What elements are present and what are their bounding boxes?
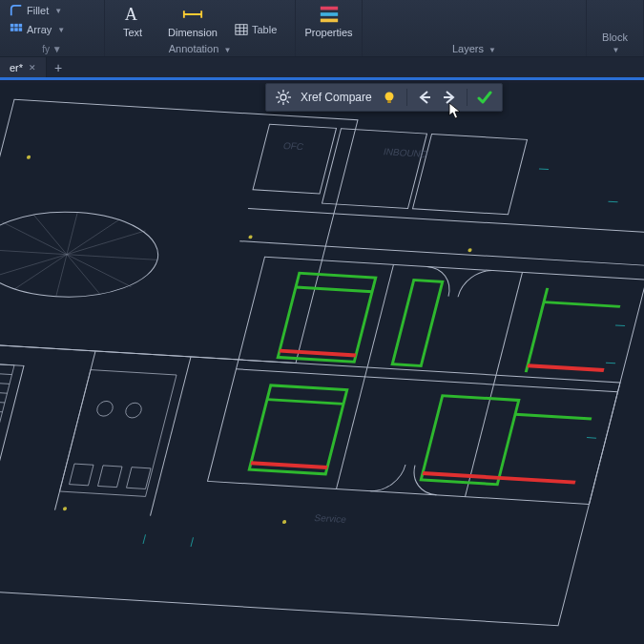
dimension-icon <box>182 4 203 25</box>
svg-line-47 <box>248 208 644 233</box>
check-icon[interactable] <box>477 90 492 105</box>
svg-rect-35 <box>98 466 123 488</box>
close-icon[interactable]: ✕ <box>29 63 36 73</box>
text-label: Text <box>123 27 142 38</box>
svg-point-91 <box>384 93 393 101</box>
svg-line-48 <box>239 241 644 266</box>
svg-line-73 <box>191 537 194 547</box>
drawing-tab-active[interactable]: er* ✕ <box>0 57 47 77</box>
arrow-left-icon[interactable] <box>417 90 432 105</box>
svg-text:Service: Service <box>313 512 347 525</box>
dimension-button[interactable]: Dimension <box>160 4 225 38</box>
bulb-icon[interactable] <box>382 90 397 105</box>
svg-line-65 <box>528 365 604 370</box>
svg-rect-2 <box>19 24 23 28</box>
properties-button[interactable]: Properties <box>297 4 360 38</box>
svg-line-56 <box>267 400 343 405</box>
svg-line-62 <box>280 351 356 356</box>
svg-rect-7 <box>236 25 247 35</box>
svg-point-33 <box>124 403 143 419</box>
svg-line-43 <box>14 215 119 295</box>
svg-rect-8 <box>320 7 337 10</box>
drawing-tab-bar: er* ✕ + <box>0 57 644 80</box>
svg-line-54 <box>296 287 372 292</box>
text-icon: A <box>122 4 143 25</box>
svg-point-76 <box>63 507 68 510</box>
svg-line-69 <box>615 325 625 326</box>
separator <box>467 89 467 106</box>
svg-text:INBOUND: INBOUND <box>383 146 429 158</box>
svg-line-22 <box>0 381 10 384</box>
svg-rect-5 <box>19 28 23 31</box>
svg-rect-31 <box>60 370 177 497</box>
svg-line-64 <box>423 473 499 478</box>
svg-line-38 <box>0 249 157 260</box>
svg-line-67 <box>539 169 549 170</box>
svg-point-37 <box>0 207 168 302</box>
array-label: Array <box>27 24 52 35</box>
svg-line-72 <box>143 534 146 544</box>
svg-point-77 <box>282 520 287 524</box>
ribbon-group-layers: Layers ▼ <box>363 0 587 56</box>
drawing-tab-label: er* <box>10 62 23 73</box>
svg-rect-19 <box>0 362 24 478</box>
svg-line-52 <box>466 272 523 496</box>
ribbon-group-modify: Fillet ▼ Array ▼ fy ▼ <box>0 0 105 56</box>
svg-line-66 <box>499 478 575 483</box>
svg-line-51 <box>337 264 394 488</box>
gear-icon[interactable] <box>276 90 291 105</box>
svg-point-32 <box>95 401 114 417</box>
svg-line-60 <box>544 302 620 307</box>
svg-line-21 <box>0 371 12 375</box>
svg-rect-4 <box>14 28 18 31</box>
fillet-label: Fillet <box>27 5 49 16</box>
drawing-canvas[interactable]: OFC INBOUND Service <box>0 83 644 644</box>
svg-line-90 <box>287 92 289 93</box>
fillet-icon <box>10 4 23 17</box>
svg-line-18 <box>151 357 192 516</box>
chevron-down-icon: ▼ <box>54 7 62 15</box>
svg-line-25 <box>0 408 3 412</box>
ribbon-group-properties: Properties <box>296 0 363 56</box>
svg-line-63 <box>251 463 327 467</box>
svg-line-89 <box>278 101 280 103</box>
svg-point-75 <box>467 248 472 252</box>
separator <box>406 89 407 106</box>
svg-rect-16 <box>0 343 620 626</box>
xref-compare-toolbar: Xref Compare <box>265 83 503 112</box>
svg-rect-9 <box>320 12 337 16</box>
svg-line-68 <box>609 201 618 202</box>
svg-line-24 <box>0 399 5 403</box>
ribbon: Fillet ▼ Array ▼ fy ▼ A Te <box>0 0 644 57</box>
svg-rect-53 <box>278 273 376 362</box>
arrow-right-icon[interactable] <box>442 90 457 105</box>
array-icon <box>10 23 23 36</box>
svg-rect-1 <box>14 24 18 28</box>
chevron-down-icon: ▼ <box>57 26 65 34</box>
ribbon-group-layers-label: Layers ▼ <box>372 43 576 54</box>
svg-rect-15 <box>0 99 358 363</box>
svg-line-23 <box>0 390 8 394</box>
svg-rect-36 <box>127 467 152 489</box>
svg-rect-10 <box>320 19 337 23</box>
svg-rect-45 <box>322 129 427 209</box>
svg-rect-57 <box>392 280 443 366</box>
table-icon <box>235 23 248 36</box>
fillet-button[interactable]: Fillet ▼ <box>10 4 62 17</box>
svg-line-61 <box>515 414 592 419</box>
svg-line-88 <box>287 101 289 103</box>
table-label: Table <box>252 24 277 35</box>
table-button[interactable]: Table <box>235 23 277 36</box>
properties-label: Properties <box>304 27 352 38</box>
array-button[interactable]: Array ▼ <box>10 23 65 36</box>
svg-point-78 <box>27 156 31 159</box>
svg-rect-46 <box>413 134 528 214</box>
svg-rect-3 <box>10 28 14 31</box>
ribbon-group-annotation-label: Annotation ▼ <box>114 43 285 54</box>
add-tab-button[interactable]: + <box>47 57 70 77</box>
ribbon-group-block-label: Block ▼ <box>596 31 634 54</box>
svg-rect-92 <box>387 100 391 103</box>
svg-point-82 <box>280 94 286 100</box>
svg-rect-44 <box>253 124 337 194</box>
text-button[interactable]: A Text <box>114 4 151 38</box>
